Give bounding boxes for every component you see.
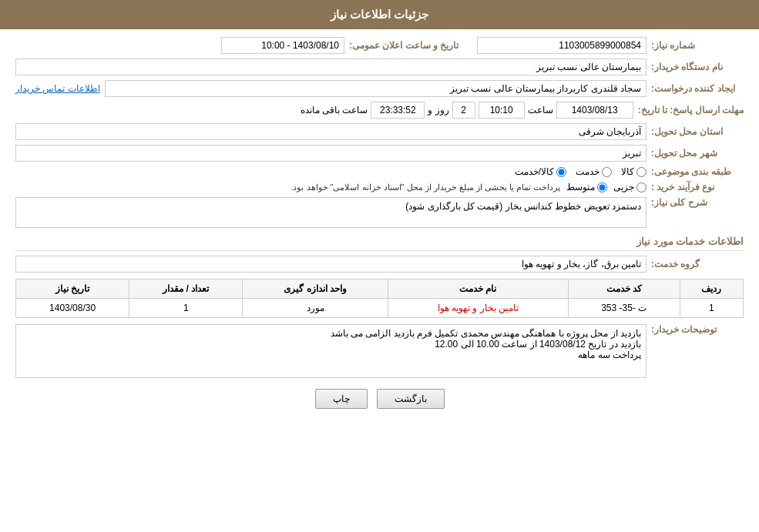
cell-code: ت -35- 353 — [568, 299, 680, 318]
page-title: جزئیات اطلاعات نیاز — [331, 8, 428, 21]
content-area: شماره نیاز: 1103005899000854 تاریخ و ساع… — [0, 29, 759, 429]
page-header: جزئیات اطلاعات نیاز — [0, 0, 759, 29]
value-taarikh: 1403/08/10 - 10:00 — [221, 37, 344, 54]
label-ijaadKonande: ایجاد کننده درخواست: — [651, 83, 744, 94]
value-ostaan: آذربایجان شرقی — [15, 123, 646, 140]
row-tawzih: توضیحات خریدار: بازدید از محل پروژه با ه… — [15, 324, 744, 378]
row-grooh: گروه خدمت: تامین برق، گاز، بخار و تهویه … — [15, 256, 744, 273]
chaap-button[interactable]: چاپ — [315, 389, 368, 409]
label-namDastgah: نام دستگاه خریدار: — [651, 62, 744, 72]
radio-jozii: جزیی — [613, 182, 646, 192]
table-header-row: ردیف کد خدمت نام خدمت واحد اندازه گیری ت… — [16, 279, 744, 299]
row-ijaadKonande: ایجاد کننده درخواست: سجاد قلندری کاربردا… — [15, 80, 744, 97]
radio-khadamat: خدمت — [576, 166, 612, 177]
row-noeFarayand: نوع فرآیند خرید : جزیی متوسط پرداخت تمام… — [15, 182, 744, 192]
value-date: 1403/08/13 — [556, 102, 633, 119]
date-time-group: 1403/08/13 ساعت 10:10 2 روز و 23:33:52 س… — [15, 102, 633, 119]
link-tamas[interactable]: اطلاعات تماس خریدار — [15, 83, 100, 94]
services-table: ردیف کد خدمت نام خدمت واحد اندازه گیری ت… — [15, 279, 744, 318]
col-code: کد خدمت — [568, 279, 680, 299]
radio-kala-khadamat-input[interactable] — [556, 167, 566, 177]
row-shahr: شهر محل تحویل: تبریز — [15, 145, 744, 162]
value-shomareNiaz: 1103005899000854 — [477, 37, 646, 54]
table-row: 1 ت -35- 353 تامین بخار و تهویه هوا مورد… — [16, 299, 744, 318]
cell-name: تامین بخار و تهویه هوا — [388, 299, 568, 318]
bazgasht-button[interactable]: بازگشت — [377, 389, 445, 409]
label-taarikh: تاریخ و ساعت اعلان عمومی: — [349, 40, 472, 51]
label-tawzih: توضیحات خریدار: — [651, 324, 744, 335]
value-ijaadKonande: سجاد قلندری کاربرداز بیمارستان عالی نسب … — [105, 80, 646, 97]
col-unit: واحد اندازه گیری — [243, 279, 388, 299]
value-rooz: 2 — [452, 102, 475, 119]
row-ostaan: استان محل تحویل: آذربایجان شرقی — [15, 123, 744, 140]
row-mohlatErsaal: مهلت ارسال پاسخ: تا تاریخ: 1403/08/13 سا… — [15, 102, 744, 119]
radio-motavaset-label: متوسط — [566, 182, 595, 192]
value-namDastgah: بیمارستان عالی نسب تبریز — [15, 59, 646, 75]
radio-tabaqe: کالا خدمت کالا/خدمت — [515, 166, 646, 177]
col-count: تعداد / مقدار — [129, 279, 243, 299]
cell-unit: مورد — [243, 299, 388, 318]
label-shomareNiaz: شماره نیاز: — [651, 40, 744, 51]
label-sharh: شرح کلی نیاز: — [651, 197, 744, 208]
label-grooh: گروه خدمت: — [651, 259, 744, 269]
section-title-khadamat: اطلاعات خدمات مورد نیاز — [15, 236, 744, 251]
label-shahr: شهر محل تحویل: — [651, 148, 744, 159]
services-table-section: ردیف کد خدمت نام خدمت واحد اندازه گیری ت… — [15, 279, 744, 318]
radio-khadamat-input[interactable] — [602, 167, 612, 177]
value-saat: 10:10 — [479, 102, 525, 119]
button-row: بازگشت چاپ — [15, 389, 744, 421]
radio-jozii-label: جزیی — [613, 182, 634, 192]
radio-kala-khadamat-label: کالا/خدمت — [515, 166, 554, 177]
row-sharh: شرح کلی نیاز: دستمزد تعویض خطوط کندانس ب… — [15, 197, 744, 228]
cell-radif: 1 — [680, 299, 743, 318]
label-rooz: روز و — [428, 105, 448, 115]
row-shomareNiaz: شماره نیاز: 1103005899000854 تاریخ و ساع… — [15, 37, 744, 54]
radio-kala-label: کالا — [621, 166, 634, 177]
value-baghimande: 23:33:52 — [371, 102, 425, 119]
value-shahr: تبریز — [15, 145, 646, 162]
radio-kala-input[interactable] — [636, 167, 646, 177]
row-tabaqe: طبقه بندی موضوعی: کالا خدمت کالا/خدمت — [15, 166, 744, 177]
value-tawzih: بازدید از محل پروژه با هماهنگی مهندس محم… — [15, 324, 646, 378]
value-grooh: تامین برق، گاز، بخار و تهویه هوا — [15, 256, 646, 273]
radio-khadamat-label: خدمت — [576, 166, 599, 177]
page-wrapper: جزئیات اطلاعات نیاز شماره نیاز: 11030058… — [0, 0, 759, 532]
col-name: نام خدمت — [388, 279, 568, 299]
cell-date: 1403/08/30 — [16, 299, 129, 318]
label-noeFarayand: نوع فرآیند خرید : — [651, 182, 744, 192]
col-date: تاریخ نیاز — [16, 279, 129, 299]
label-ostaan: استان محل تحویل: — [651, 126, 744, 137]
label-tabaqe: طبقه بندی موضوعی: — [651, 166, 744, 177]
label-baghimande: ساعت باقی مانده — [301, 105, 368, 115]
radio-kala: کالا — [621, 166, 646, 177]
radio-kala-khadamat: کالا/خدمت — [515, 166, 566, 177]
label-saat: ساعت — [528, 105, 553, 115]
row-namDastgah: نام دستگاه خریدار: بیمارستان عالی نسب تب… — [15, 59, 744, 75]
radio-jozii-input[interactable] — [636, 182, 646, 192]
label-mohlatErsaal: مهلت ارسال پاسخ: تا تاریخ: — [638, 105, 744, 115]
radio-motavaset: متوسط — [566, 182, 607, 192]
farayand-note: پرداخت تمام یا بخشی از مبلغ خریدار از مح… — [291, 182, 560, 192]
value-sharh: دستمزد تعویض خطوط کندانس بخار (قیمت کل ب… — [15, 197, 646, 228]
cell-count: 1 — [129, 299, 243, 318]
col-radif: ردیف — [680, 279, 743, 299]
process-group: جزیی متوسط پرداخت تمام یا بخشی از مبلغ خ… — [15, 182, 646, 192]
radio-motavaset-input[interactable] — [597, 182, 607, 192]
